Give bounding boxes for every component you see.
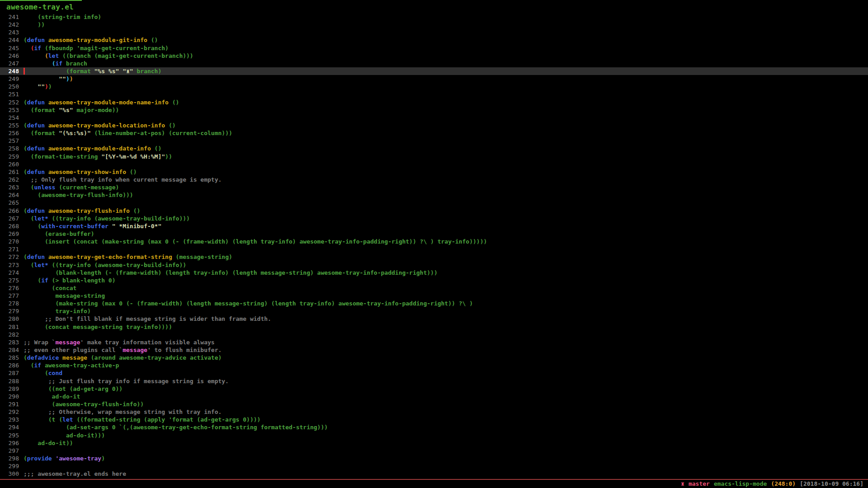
code-line-283[interactable]: 283;; Wrap `message' make tray informati… — [0, 338, 868, 346]
code-line-299[interactable]: 299 — [0, 462, 868, 470]
code-line-279[interactable]: 279 tray-info) — [0, 307, 868, 315]
code-token: (concat — [24, 285, 76, 291]
code-line-273[interactable]: 273 (let* ((tray-info (awesome-tray-buil… — [0, 261, 868, 269]
code-line-277[interactable]: 277 message-string — [0, 292, 868, 300]
code-line-251[interactable]: 251 — [0, 90, 868, 98]
code-line-263[interactable]: 263 (unless (current-message) — [0, 183, 868, 191]
code-line-285[interactable]: 285(defadvice message (around awesome-tr… — [0, 354, 868, 361]
code-line-289[interactable]: 289 ((not (ad-get-arg 0)) — [0, 385, 868, 393]
code-line-300[interactable]: 300;;; awesome-tray.el ends here — [0, 470, 868, 478]
code-token: awesome-tray-module-date-info — [48, 145, 151, 152]
code-line-281[interactable]: 281 (concat message-string tray-info)))) — [0, 323, 868, 331]
code-line-243[interactable]: 243 — [0, 28, 868, 36]
code-line-260[interactable]: 260 — [0, 160, 868, 168]
code-token: (string-trim info) — [24, 14, 101, 20]
code-line-287[interactable]: 287 (cond — [0, 369, 868, 377]
code-token: (awesome-tray-flush-info))) — [24, 192, 133, 198]
code-line-250[interactable]: 250 "")) — [0, 83, 868, 90]
code-line-268[interactable]: 268 (with-current-buffer " *Minibuf-0*" — [0, 222, 868, 230]
line-number: 242 — [0, 21, 19, 28]
code-line-275[interactable]: 275 (if (> blank-length 0) — [0, 277, 868, 284]
code-line-280[interactable]: 280 ;; Don't fill blank if message strin… — [0, 315, 868, 323]
code-line-252[interactable]: 252(defun awesome-tray-module-mode-name-… — [0, 99, 868, 106]
code-line-292[interactable]: 292 ;; Otherwise, wrap message string wi… — [0, 408, 868, 416]
code-line-271[interactable]: 271 — [0, 245, 868, 253]
code-line-274[interactable]: 274 (blank-length (- (frame-width) (leng… — [0, 269, 868, 277]
line-number: 256 — [0, 129, 19, 137]
code-token: ( — [24, 277, 41, 284]
code-line-254[interactable]: 254 — [0, 114, 868, 122]
code-token: ( — [24, 223, 41, 230]
code-line-244[interactable]: 244(defun awesome-tray-module-git-info (… — [0, 36, 868, 44]
code-line-258[interactable]: 258(defun awesome-tray-module-date-info … — [0, 145, 868, 152]
line-number: 255 — [0, 122, 19, 129]
code-line-296[interactable]: 296 ad-do-it)) — [0, 439, 868, 447]
code-area[interactable]: 241 (string-trim info)242 ))243244(defun… — [0, 13, 868, 478]
code-line-247[interactable]: 247 (if branch — [0, 60, 868, 67]
code-line-276[interactable]: 276 (concat — [0, 284, 868, 292]
code-line-248[interactable]: 248 (format "%s %s" "♜" branch) — [0, 67, 868, 75]
code-line-290[interactable]: 290 ad-do-it — [0, 393, 868, 400]
code-line-295[interactable]: 295 ad-do-it))) — [0, 432, 868, 439]
code-token: ( — [24, 262, 34, 268]
code-token: ((formatted-string (apply 'format (ad-ge… — [73, 416, 261, 423]
code-token: (erase-buffer) — [24, 230, 94, 237]
code-line-265[interactable]: 265 — [0, 199, 868, 206]
code-line-257[interactable]: 257 — [0, 137, 868, 145]
line-number: 279 — [0, 307, 19, 315]
code-line-253[interactable]: 253 (format "%s" major-mode)) — [0, 106, 868, 114]
code-line-294[interactable]: 294 (ad-set-args 0 `(,(awesome-tray-get-… — [0, 423, 868, 431]
code-token: (format — [24, 130, 59, 136]
code-line-266[interactable]: 266(defun awesome-tray-flush-info () — [0, 207, 868, 215]
code-line-261[interactable]: 261(defun awesome-tray-show-info () — [0, 168, 868, 176]
code-token: ( — [45, 52, 48, 59]
code-line-286[interactable]: 286 (if awesome-tray-active-p — [0, 361, 868, 369]
line-number: 265 — [0, 199, 19, 206]
code-line-284[interactable]: 284;; even other plugins call `message' … — [0, 346, 868, 354]
buffer-tab[interactable]: awesome-tray.el — [0, 0, 82, 11]
code-token: unless — [34, 184, 55, 191]
code-line-249[interactable]: 249 "")) — [0, 75, 868, 83]
code-token — [119, 68, 123, 75]
code-line-282[interactable]: 282 — [0, 331, 868, 338]
code-line-255[interactable]: 255(defun awesome-tray-module-location-i… — [0, 122, 868, 129]
code-line-256[interactable]: 256 (format "(%s:%s)" (line-number-at-po… — [0, 129, 868, 137]
code-line-242[interactable]: 242 )) — [0, 21, 868, 28]
code-token — [24, 52, 45, 59]
code-line-264[interactable]: 264 (awesome-tray-flush-info))) — [0, 191, 868, 199]
code-line-288[interactable]: 288 ;; Just flush tray info if message s… — [0, 377, 868, 385]
code-line-278[interactable]: 278 (make-string (max 0 (- (frame-width)… — [0, 300, 868, 307]
code-token: ( — [24, 145, 27, 152]
line-number: 300 — [0, 470, 19, 478]
code-token: )) — [24, 21, 45, 28]
code-line-298[interactable]: 298(provide 'awesome-tray) — [0, 455, 868, 462]
line-number: 295 — [0, 432, 19, 439]
code-line-259[interactable]: 259 (format-time-string "[%Y-%m-%d %H:%M… — [0, 153, 868, 160]
code-line-293[interactable]: 293 (t (let ((formatted-string (apply 'f… — [0, 416, 868, 423]
code-token: defun — [27, 37, 45, 43]
code-token: (concat message-string tray-info)))) — [24, 324, 172, 330]
code-line-297[interactable]: 297 — [0, 447, 868, 455]
code-line-272[interactable]: 272(defun awesome-tray-get-echo-format-s… — [0, 253, 868, 261]
line-number: 259 — [0, 153, 19, 160]
text-cursor — [24, 68, 25, 75]
code-token: (> blank-length 0) — [48, 277, 116, 284]
code-token: ) — [70, 75, 73, 82]
code-line-270[interactable]: 270 (insert (concat (make-string (max 0 … — [0, 238, 868, 245]
code-line-262[interactable]: 262 ;; Only flush tray info when current… — [0, 176, 868, 183]
code-token — [24, 45, 31, 52]
code-token: ( — [24, 253, 27, 260]
code-token: message — [123, 347, 147, 353]
code-token: (format-time-string — [24, 153, 101, 160]
code-token: ad-do-it))) — [24, 432, 105, 439]
code-token: awesome-tray-show-info — [48, 169, 126, 175]
code-line-246[interactable]: 246 (let ((branch (magit-get-current-bra… — [0, 52, 868, 60]
code-line-269[interactable]: 269 (erase-buffer) — [0, 230, 868, 238]
code-line-267[interactable]: 267 (let* ((tray-info (awesome-tray-buil… — [0, 215, 868, 222]
buffer-title: awesome-tray.el — [6, 3, 74, 11]
code-token — [24, 60, 52, 67]
code-line-245[interactable]: 245 (if (fboundp 'magit-get-current-bran… — [0, 44, 868, 52]
code-line-241[interactable]: 241 (string-trim info) — [0, 13, 868, 21]
code-line-291[interactable]: 291 (awesome-tray-flush-info)) — [0, 400, 868, 408]
code-token: (around awesome-tray-advice activate) — [87, 354, 222, 361]
